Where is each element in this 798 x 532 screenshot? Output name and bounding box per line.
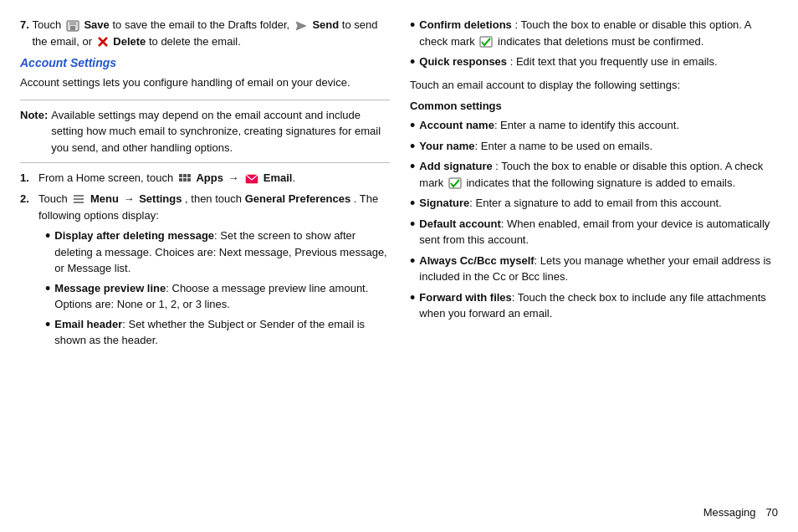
bullet-dot-sig: • [410, 196, 415, 211]
addsig-title: Add signature [419, 160, 492, 172]
page-container: 7. Touch Save to save the email to the D… [0, 0, 798, 532]
menu-label: Menu [90, 192, 119, 205]
svg-rect-10 [183, 178, 187, 182]
note-block: Note: Available settings may depend on t… [20, 107, 390, 156]
step-1-num: 1. [20, 170, 35, 187]
bullet-dot-1: • [45, 228, 50, 243]
fwd-title: Forward with files [419, 291, 512, 304]
svg-rect-9 [179, 178, 182, 182]
bullet-dot-addsig: • [410, 159, 415, 174]
svg-rect-1 [69, 21, 76, 25]
bullet-dot-aname: • [410, 118, 415, 133]
common-bullets-list: • Account name: Enter a name to identify… [410, 117, 778, 322]
bullet-dot-confirm: • [410, 18, 415, 33]
step-7: 7. Touch Save to save the email to the D… [20, 17, 390, 49]
yname-text: : Enter a name to be used on emails. [475, 140, 652, 152]
footer: Messaging 70 [703, 506, 778, 519]
bullet-dot-default: • [410, 217, 415, 232]
delete-label: Delete [113, 35, 146, 48]
divider-1 [20, 100, 390, 100]
step-1-content: From a Home screen, touch Apps → Email. [38, 170, 295, 187]
common-bullet-forward: • Forward with files: Touch the check bo… [410, 289, 778, 322]
confirm-text2: indicates that deletions must be confirm… [498, 35, 703, 48]
bullet-dot-3: • [45, 317, 50, 332]
arrow-1: → [228, 170, 239, 187]
sub-bullets-list: • Display after deleting message: Set th… [38, 228, 390, 349]
apps-icon [178, 173, 192, 185]
right-top-bullets: • Confirm deletions : Touch the box to e… [410, 17, 778, 70]
account-settings-desc: Account settings lets you configure hand… [20, 74, 390, 91]
quick-title: Quick responses [419, 55, 507, 68]
left-column: 7. Touch Save to save the email to the D… [20, 17, 390, 515]
confirm-title: Confirm deletions [419, 18, 512, 31]
menu-icon [72, 193, 85, 205]
yname-title: Your name [419, 140, 474, 152]
right-bullet-confirm: • Confirm deletions : Touch the box to e… [410, 17, 778, 49]
step-7-content: Touch Save to save the email to the Draf… [32, 17, 390, 49]
checkmark-icon-2 [448, 177, 462, 189]
common-bullet-always-cc: • Always Cc/Bcc myself: Lets you manage … [410, 253, 778, 285]
common-settings-title: Common settings [410, 100, 778, 112]
steps-list: 1. From a Home screen, touch Apps → Emai… [20, 170, 390, 352]
addsig-text2: indicates that the following signature i… [466, 176, 735, 189]
svg-rect-2 [70, 26, 75, 30]
note-label: Note: [20, 107, 48, 124]
sub-bullet-2-title: Message preview line [54, 282, 166, 294]
right-column: • Confirm deletions : Touch the box to e… [410, 17, 778, 515]
general-pref-label: General Preferences [245, 192, 350, 205]
delete-icon [97, 36, 109, 48]
save-icon [66, 20, 79, 32]
send-label: Send [312, 18, 339, 31]
svg-rect-6 [179, 174, 182, 177]
send-icon [294, 20, 308, 32]
aname-title: Account name [419, 119, 494, 131]
step-1: 1. From a Home screen, touch Apps → Emai… [20, 170, 390, 187]
sub-bullet-3: • Email header: Set whether the Subject … [45, 316, 390, 349]
sig-text: : Enter a signature to add to email from… [469, 197, 721, 209]
svg-rect-7 [183, 174, 187, 177]
svg-rect-11 [187, 178, 191, 182]
account-settings-title: Account Settings [20, 56, 390, 69]
sub-bullet-3-title: Email header [54, 318, 122, 330]
touch-line: Touch an email account to display the fo… [410, 77, 778, 94]
quick-text: : Edit text that you frequently use in e… [510, 55, 718, 68]
checkmark-icon-1 [479, 36, 493, 48]
step-2-num: 2. [20, 191, 35, 207]
aname-text: : Enter a name to identify this account. [494, 119, 679, 131]
common-bullet-add-sig: • Add signature : Touch the box to enabl… [410, 158, 778, 191]
svg-rect-8 [187, 174, 191, 177]
cc-title: Always Cc/Bcc myself [419, 254, 534, 267]
email-label: Email [263, 171, 293, 184]
sub-bullet-2: • Message preview line: Choose a message… [45, 280, 390, 313]
settings-label: Settings [139, 192, 182, 205]
bullet-dot-yname: • [410, 139, 415, 154]
note-text: Available settings may depend on the ema… [51, 107, 390, 156]
bullet-dot-quick: • [410, 54, 415, 69]
footer-section: Messaging [703, 506, 756, 519]
email-icon [245, 173, 258, 185]
step-7-num: 7. [20, 17, 29, 33]
arrow-2: → [124, 191, 135, 207]
footer-page-num: 70 [766, 506, 778, 519]
sub-bullet-1: • Display after deleting message: Set th… [45, 228, 390, 277]
right-bullet-quick: • Quick responses : Edit text that you f… [410, 54, 778, 70]
save-label: Save [84, 18, 109, 31]
svg-marker-3 [296, 22, 306, 30]
sub-bullet-1-title: Display after deleting message [54, 229, 214, 242]
divider-2 [20, 162, 390, 163]
bullet-dot-2: • [45, 281, 50, 296]
common-bullet-your-name: • Your name: Enter a name to be used on … [410, 138, 778, 155]
common-bullet-signature: • Signature: Enter a signature to add to… [410, 195, 778, 212]
default-title: Default account [419, 217, 501, 230]
bullet-dot-fwd: • [410, 290, 415, 305]
common-bullet-account-name: • Account name: Enter a name to identify… [410, 117, 778, 134]
apps-label: Apps [196, 171, 223, 184]
sig-title: Signature [419, 197, 469, 209]
common-bullet-default: • Default account: When enabled, email f… [410, 216, 778, 248]
step-2: 2. Touch Menu → Settings , then touch Ge… [20, 191, 390, 352]
bullet-dot-cc: • [410, 253, 415, 269]
step-2-content: Touch Menu → Settings , then touch Gener… [38, 191, 390, 352]
